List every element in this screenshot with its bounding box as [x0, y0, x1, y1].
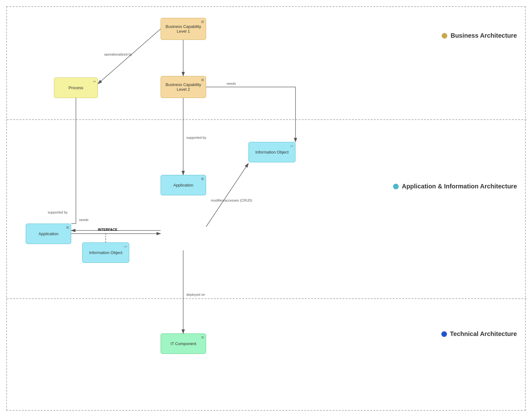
legend-tech-dot: [441, 331, 447, 337]
bcl1-icon: ⊞: [201, 20, 204, 24]
app-left-label: Application: [39, 231, 59, 236]
legend-appinfo-dot: [393, 184, 399, 189]
section-appinfo: ⊞ Application ⊞ Application ▭ Informatio…: [7, 120, 526, 299]
node-app-left: ⊞ Application: [26, 224, 71, 244]
node-process: ⇒ Process: [54, 78, 98, 98]
itcomponent-label: IT Component: [170, 341, 196, 346]
legend-business-label: Business Architecture: [450, 32, 517, 39]
process-label: Process: [69, 85, 83, 90]
bcl2-icon: ⊞: [201, 78, 204, 82]
main-container: ⊞ Business Capability Level 1 ⇒ Process …: [6, 6, 526, 411]
itcomponent-icon: ⧉: [201, 335, 204, 339]
app-center-icon: ⊞: [201, 177, 204, 181]
node-app-center: ⊞ Application: [161, 175, 206, 195]
legend-appinfo-item: Application & Information Architecture: [393, 183, 517, 190]
section-tech: ⧉ IT Component Technical Architecture: [7, 299, 526, 411]
bcl1-label: Business Capability Level 1: [166, 24, 201, 34]
legend-business: Business Architecture: [442, 32, 517, 39]
info-right-icon: ▭: [290, 144, 293, 148]
info-right-label: Information Object: [255, 150, 289, 154]
legend-business-dot: [442, 33, 447, 39]
node-bcl2: ⊞ Business Capability Level 2: [161, 76, 206, 98]
legend-appinfo-label: Application & Information Architecture: [402, 183, 517, 190]
legend-tech: Technical Architecture: [441, 330, 517, 338]
node-bcl1: ⊞ Business Capability Level 1: [161, 18, 206, 40]
info-bottom-icon: ▭: [124, 244, 127, 248]
process-icon: ⇒: [93, 79, 96, 84]
section-business: ⊞ Business Capability Level 1 ⇒ Process …: [7, 7, 526, 120]
app-left-icon: ⊞: [66, 225, 69, 230]
legend-business-item: Business Architecture: [442, 32, 517, 39]
legend-tech-label: Technical Architecture: [450, 330, 517, 338]
legend-tech-item: Technical Architecture: [441, 330, 517, 338]
bcl2-label: Business Capability Level 2: [166, 82, 201, 92]
node-info-right: ▭ Information Object: [248, 142, 295, 162]
info-bottom-label: Information Object: [89, 250, 122, 255]
node-itcomponent: ⧉ IT Component: [161, 333, 206, 354]
legend-appinfo: Application & Information Architecture: [393, 183, 517, 190]
node-info-bottom: ▭ Information Object: [82, 242, 129, 263]
app-center-label: Application: [173, 183, 194, 187]
